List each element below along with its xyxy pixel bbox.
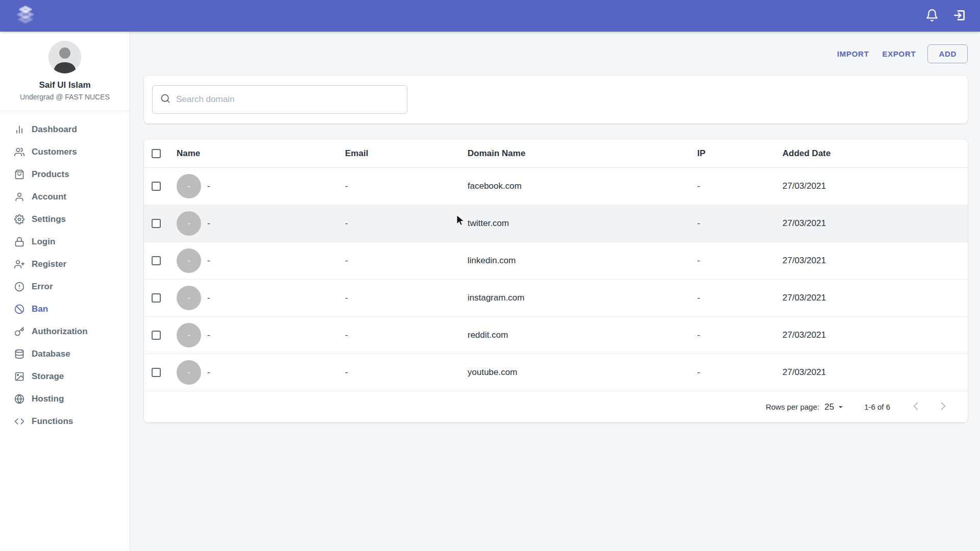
previous-page-button[interactable]	[908, 398, 925, 416]
column-header-ip: IP	[697, 148, 782, 159]
sidebar-item-products[interactable]: Products	[0, 163, 130, 186]
search-input[interactable]	[176, 94, 399, 105]
notifications-button[interactable]	[925, 9, 939, 23]
exit-icon	[953, 9, 966, 23]
row-checkbox[interactable]	[152, 219, 161, 228]
sidebar-item-label: Settings	[32, 214, 66, 224]
app-logo[interactable]	[13, 4, 38, 28]
rows-per-page-label: Rows per page:	[766, 403, 819, 411]
table-row: ---instagram.com-27/03/2021	[144, 280, 968, 317]
name-cell: --	[177, 360, 345, 385]
slash-icon	[14, 304, 24, 314]
ip-cell: -	[697, 256, 782, 266]
name-value: -	[207, 218, 210, 229]
bell-icon	[925, 9, 939, 23]
sidebar-item-hosting[interactable]: Hosting	[0, 388, 130, 410]
sidebar-profile: Saif Ul Islam Undergrad @ FAST NUCES	[0, 41, 130, 101]
row-avatar: -	[177, 174, 201, 198]
row-checkbox[interactable]	[152, 331, 161, 340]
row-avatar: -	[177, 286, 201, 310]
ip-cell: -	[697, 218, 782, 229]
sidebar-item-account[interactable]: Account	[0, 186, 130, 208]
email-cell: -	[345, 293, 468, 303]
sidebar-item-database[interactable]: Database	[0, 343, 130, 365]
code-icon	[14, 416, 24, 427]
logout-button[interactable]	[952, 9, 967, 23]
table-row: ---twitter.com-27/03/2021	[144, 205, 968, 242]
users-icon	[14, 147, 24, 157]
added-date-cell: 27/03/2021	[782, 218, 968, 229]
table-row: ---facebook.com-27/03/2021	[144, 168, 968, 205]
pagination-range: 1-6 of 6	[864, 403, 890, 411]
sidebar-nav: DashboardCustomersProductsAccountSetting…	[0, 111, 130, 433]
rows-per-page-select[interactable]: 25	[824, 402, 834, 412]
row-check-cell	[144, 331, 177, 340]
domain-cell: reddit.com	[468, 330, 697, 340]
sidebar-item-functions[interactable]: Functions	[0, 410, 130, 433]
row-avatar: -	[177, 323, 201, 347]
sidebar-item-label: Account	[32, 192, 66, 202]
sidebar-item-label: Dashboard	[32, 124, 77, 135]
added-date-cell: 27/03/2021	[782, 181, 968, 191]
sidebar-item-label: Database	[32, 349, 70, 359]
chevron-right-icon	[936, 399, 949, 414]
name-value: -	[207, 330, 210, 340]
sidebar-item-label: Register	[32, 259, 66, 269]
topbar	[0, 0, 980, 32]
sidebar-item-label: Ban	[32, 304, 48, 314]
avatar[interactable]	[48, 41, 81, 73]
user-role: Undergrad @ FAST NUCES	[20, 93, 110, 101]
name-cell: --	[177, 323, 345, 347]
added-date-cell: 27/03/2021	[782, 367, 968, 378]
sidebar-item-login[interactable]: Login	[0, 231, 130, 253]
sidebar-item-ban[interactable]: Ban	[0, 298, 130, 320]
row-avatar: -	[177, 248, 201, 273]
ip-cell: -	[697, 293, 782, 303]
domain-cell: twitter.com	[468, 218, 697, 229]
added-date-cell: 27/03/2021	[782, 256, 968, 266]
sidebar-item-label: Products	[32, 169, 69, 180]
sidebar-item-customers[interactable]: Customers	[0, 141, 130, 163]
sidebar-item-register[interactable]: Register	[0, 253, 130, 276]
row-checkbox[interactable]	[152, 182, 161, 191]
globe-icon	[14, 394, 24, 404]
pagination-bar: Rows per page: 25 1-6 of 6	[144, 391, 968, 422]
email-cell: -	[345, 330, 468, 340]
domain-cell: instagram.com	[468, 293, 697, 303]
sidebar-item-storage[interactable]: Storage	[0, 365, 130, 388]
row-checkbox[interactable]	[152, 368, 161, 377]
table-header-row: Name Email Domain Name IP Added Date	[144, 139, 968, 168]
email-cell: -	[345, 256, 468, 266]
export-button[interactable]: EXPORT	[876, 45, 923, 62]
column-header-email: Email	[345, 148, 468, 159]
sidebar-item-label: Error	[32, 282, 53, 292]
add-button[interactable]: ADD	[927, 44, 968, 63]
header-check-cell	[144, 149, 177, 158]
sidebar-item-label: Hosting	[32, 394, 64, 404]
select-all-checkbox[interactable]	[152, 149, 161, 158]
added-date-cell: 27/03/2021	[782, 330, 968, 340]
sidebar-item-error[interactable]: Error	[0, 276, 130, 298]
row-check-cell	[144, 219, 177, 228]
table-row: ---linkedin.com-27/03/2021	[144, 242, 968, 280]
sidebar-item-label: Authorization	[32, 327, 88, 337]
name-cell: --	[177, 248, 345, 273]
import-button[interactable]: IMPORT	[830, 45, 876, 62]
row-checkbox[interactable]	[152, 293, 161, 303]
row-checkbox[interactable]	[152, 256, 161, 265]
sidebar-item-dashboard[interactable]: Dashboard	[0, 118, 130, 141]
sidebar-item-settings[interactable]: Settings	[0, 208, 130, 231]
topbar-actions	[925, 9, 967, 23]
sidebar-item-authorization[interactable]: Authorization	[0, 320, 130, 343]
ip-cell: -	[697, 367, 782, 378]
table-body: ---facebook.com-27/03/2021---twitter.com…	[144, 168, 968, 391]
sidebar-item-label: Customers	[32, 147, 77, 157]
chevron-down-icon[interactable]	[838, 404, 844, 410]
domains-table-card: Name Email Domain Name IP Added Date ---…	[144, 139, 968, 422]
name-cell: --	[177, 211, 345, 236]
next-page-button[interactable]	[934, 398, 951, 416]
database-icon	[14, 349, 24, 359]
email-cell: -	[345, 181, 468, 191]
table-row: ---reddit.com-27/03/2021	[144, 317, 968, 354]
name-cell: --	[177, 174, 345, 198]
